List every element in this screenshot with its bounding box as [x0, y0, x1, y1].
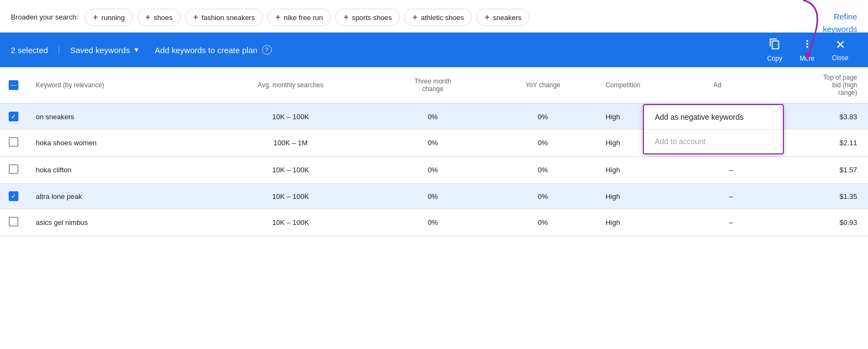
row4-yoy: 0% — [489, 184, 597, 209]
row4-three-month: 0% — [376, 184, 489, 209]
row1-three-month: 0% — [376, 104, 489, 130]
chip-sports-shoes-label: sports shoes — [352, 14, 392, 22]
page-wrapper: Broaden your search: + running + shoes +… — [0, 0, 868, 349]
header-bid: Top of pagebid (highrange) — [757, 67, 868, 104]
header-keyword: Keyword (by relevance) — [27, 67, 205, 104]
row5-ad: – — [705, 209, 757, 236]
chip-sneakers[interactable]: + sneakers — [476, 9, 529, 26]
header-ad: Ad — [705, 67, 757, 104]
chip-sneakers-label: sneakers — [493, 14, 522, 22]
refine-keywords-label: Refinekeywords — [823, 12, 857, 34]
row2-checkbox-cell[interactable] — [0, 130, 27, 157]
row4-bid: $1.35 — [757, 184, 868, 209]
chip-shoes-label: shoes — [154, 14, 173, 22]
refine-keywords-link[interactable]: Refinekeywords — [814, 9, 857, 35]
copy-button[interactable]: Copy — [758, 34, 791, 67]
plus-icon: + — [412, 12, 417, 22]
chip-running[interactable]: + running — [85, 9, 133, 26]
row2-avg: 100K – 1M — [205, 130, 376, 157]
row3-avg: 10K – 100K — [205, 157, 376, 184]
row4-checkbox[interactable] — [9, 191, 18, 201]
more-icon — [801, 38, 813, 53]
help-icon[interactable]: ? — [262, 45, 272, 55]
add-negative-keywords-option[interactable]: Add as negative keywords — [644, 105, 783, 129]
add-keywords-label: Add keywords to create plan — [155, 46, 257, 55]
top-section: Broaden your search: + running + shoes +… — [0, 0, 868, 33]
copy-icon — [769, 38, 781, 53]
row1-keyword: on sneakers — [27, 104, 205, 130]
row2-checkbox[interactable] — [9, 137, 18, 147]
row1-avg: 10K – 100K — [205, 104, 376, 130]
broaden-label: Broaden your search: — [11, 9, 78, 21]
chip-shoes[interactable]: + shoes — [137, 9, 181, 26]
table-header-row: Keyword (by relevance) Avg. monthly sear… — [0, 67, 868, 104]
row3-bid: $1.57 — [757, 157, 868, 184]
chip-athletic-shoes[interactable]: + athletic shoes — [404, 9, 472, 26]
row2-three-month: 0% — [376, 130, 489, 157]
row4-avg: 10K – 100K — [205, 184, 376, 209]
table-row: asics gel nimbus 10K – 100K 0% 0% High –… — [0, 209, 868, 236]
header-competition: Competition — [597, 67, 705, 104]
plus-icon: + — [193, 12, 198, 22]
row1-yoy: 0% — [489, 104, 597, 130]
row5-keyword: asics gel nimbus — [27, 209, 205, 236]
close-icon: ✕ — [835, 38, 845, 52]
row5-yoy: 0% — [489, 209, 597, 236]
row4-keyword: altra lone peak — [27, 184, 205, 209]
row3-competition: High — [597, 157, 705, 184]
row5-bid: $0.93 — [757, 209, 868, 236]
chip-fashion-sneakers-label: fashion sneakers — [201, 14, 254, 22]
chip-sports-shoes[interactable]: + sports shoes — [335, 9, 400, 26]
row2-keyword: hoka shoes women — [27, 130, 205, 157]
chip-nike-free-run[interactable]: + nike free run — [267, 9, 331, 26]
chip-running-label: running — [101, 14, 125, 22]
chip-fashion-sneakers[interactable]: + fashion sneakers — [185, 9, 263, 26]
row3-yoy: 0% — [489, 157, 597, 184]
chip-athletic-shoes-label: athletic shoes — [421, 14, 464, 22]
chip-nike-free-run-label: nike free run — [284, 14, 323, 22]
plus-icon: + — [145, 12, 150, 22]
header-yoy: YoY change — [489, 67, 597, 104]
plus-icon: + — [484, 12, 489, 22]
more-label: More — [800, 55, 814, 62]
chevron-down-icon: ▼ — [133, 46, 139, 54]
add-to-account-option[interactable]: Add to account — [644, 130, 783, 153]
row1-checkbox[interactable] — [9, 112, 18, 121]
add-keywords-button[interactable]: Add keywords to create plan ? — [155, 45, 271, 55]
toolbar-selected-count: 2 selected — [11, 46, 59, 55]
chips-area: + running + shoes + fashion sneakers + n… — [85, 9, 857, 26]
table-row: altra lone peak 10K – 100K 0% 0% High – … — [0, 184, 868, 209]
row4-ad: – — [705, 184, 757, 209]
row1-checkbox-cell[interactable] — [0, 104, 27, 130]
table-row: hoka clifton 10K – 100K 0% 0% High – $1.… — [0, 157, 868, 184]
row5-checkbox[interactable] — [9, 217, 18, 227]
row2-yoy: 0% — [489, 130, 597, 157]
select-all-checkbox[interactable] — [9, 80, 18, 90]
close-label: Close — [832, 54, 848, 62]
close-button[interactable]: ✕ Close — [823, 34, 857, 66]
row5-avg: 10K – 100K — [205, 209, 376, 236]
row3-three-month: 0% — [376, 157, 489, 184]
toolbar: 2 selected Saved keywords ▼ Add keywords… — [0, 33, 868, 67]
more-button[interactable]: More — [791, 34, 823, 67]
row5-checkbox-cell[interactable] — [0, 209, 27, 236]
row4-competition: High — [597, 184, 705, 209]
copy-label: Copy — [767, 55, 782, 62]
header-checkbox-col — [0, 67, 27, 104]
header-three-month: Three monthchange — [376, 67, 489, 104]
row3-keyword: hoka clifton — [27, 157, 205, 184]
header-avg-monthly: Avg. monthly searches — [205, 67, 376, 104]
row4-checkbox-cell[interactable] — [0, 184, 27, 209]
plus-icon: + — [276, 12, 280, 22]
row5-three-month: 0% — [376, 209, 489, 236]
row3-checkbox[interactable] — [9, 164, 18, 174]
row3-checkbox-cell[interactable] — [0, 157, 27, 184]
toolbar-right: Copy More ✕ Close — [758, 34, 857, 67]
plus-icon: + — [343, 12, 348, 22]
more-dropdown: Add as negative keywords Add to account — [643, 104, 784, 154]
saved-keywords-button[interactable]: Saved keywords ▼ — [70, 46, 139, 55]
row3-ad: – — [705, 157, 757, 184]
saved-keywords-label: Saved keywords — [70, 46, 130, 55]
plus-icon: + — [93, 12, 98, 22]
row5-competition: High — [597, 209, 705, 236]
